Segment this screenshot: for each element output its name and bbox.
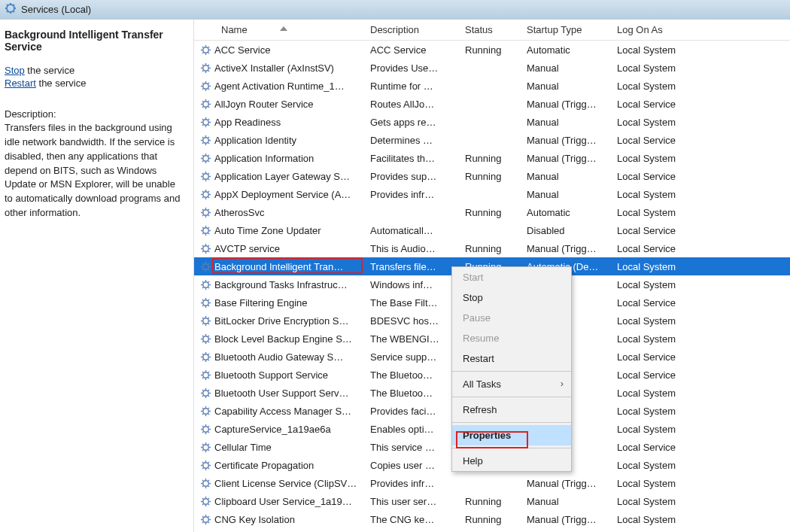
service-desc: This user ser… xyxy=(366,496,460,507)
service-row[interactable]: ActiveX Installer (AxInstSV)Provides Use… xyxy=(194,59,790,77)
service-name: ACC Service xyxy=(214,44,361,56)
service-name: BitLocker Drive Encryption S… xyxy=(214,315,361,327)
service-row[interactable]: Application IdentityDetermines …Manual (… xyxy=(194,131,790,149)
svg-line-158 xyxy=(202,336,203,336)
menu-separator xyxy=(452,371,571,372)
svg-line-221 xyxy=(202,462,203,463)
svg-line-212 xyxy=(202,444,203,445)
svg-line-194 xyxy=(202,408,203,409)
service-row[interactable]: AtherosSvcRunningAutomaticLocal System xyxy=(194,203,790,221)
svg-line-170 xyxy=(208,354,209,354)
svg-line-242 xyxy=(208,498,209,499)
service-startup: Manual (Trigg… xyxy=(522,478,612,489)
service-row[interactable]: CNG Key IsolationThe CNG ke…RunningManua… xyxy=(194,510,790,528)
service-desc: ACC Service xyxy=(366,44,460,56)
service-name: Base Filtering Engine xyxy=(214,297,361,309)
menu-properties[interactable]: Properties xyxy=(452,425,571,445)
service-logon: Local System xyxy=(612,207,703,218)
service-desc: The Bluetoo… xyxy=(366,388,460,399)
svg-line-169 xyxy=(202,359,203,360)
service-name: Cellular Time xyxy=(214,442,361,453)
service-logon: Local System xyxy=(612,333,703,345)
svg-line-43 xyxy=(202,106,203,107)
svg-line-95 xyxy=(202,209,203,210)
service-logon: Local System xyxy=(612,62,703,74)
service-row[interactable]: App ReadinessGets apps re…ManualLocal Sy… xyxy=(194,113,790,131)
column-header-startup[interactable]: Startup Type xyxy=(522,24,612,35)
svg-line-240 xyxy=(208,503,209,504)
svg-line-35 xyxy=(208,83,209,84)
service-name: Background Tasks Infrastruc… xyxy=(214,279,361,290)
svg-line-62 xyxy=(208,137,209,138)
service-name: Bluetooth Support Service xyxy=(214,369,361,381)
svg-line-215 xyxy=(208,444,209,445)
svg-point-108 xyxy=(203,245,209,251)
svg-line-160 xyxy=(202,341,203,342)
svg-line-222 xyxy=(208,467,209,468)
service-row[interactable]: Auto Time Zone UpdaterAutomaticall…Disab… xyxy=(194,221,790,239)
service-row[interactable]: Application Layer Gateway S…Provides sup… xyxy=(194,167,790,185)
gear-icon xyxy=(200,406,211,417)
svg-point-243 xyxy=(203,516,209,522)
service-logon: Local System xyxy=(612,388,703,399)
svg-point-153 xyxy=(203,336,209,342)
service-row[interactable]: ACC ServiceACC ServiceRunningAutomaticLo… xyxy=(194,41,790,59)
svg-line-113 xyxy=(202,245,203,246)
gear-icon xyxy=(200,62,211,74)
service-name: Capability Access Manager S… xyxy=(214,406,361,417)
menu-start[interactable]: Start xyxy=(452,267,571,287)
svg-line-134 xyxy=(208,281,209,282)
service-logon: Local System xyxy=(612,315,703,327)
column-header-logon[interactable]: Log On As xyxy=(612,24,703,35)
service-row[interactable]: AVCTP serviceThis is Audio…RunningManual… xyxy=(194,239,790,257)
gear-icon xyxy=(200,333,211,345)
menu-pause[interactable]: Pause xyxy=(452,308,571,328)
service-row[interactable]: Agent Activation Runtime_1…Runtime for …… xyxy=(194,77,790,95)
menu-help[interactable]: Help xyxy=(452,451,571,471)
gear-icon xyxy=(200,189,211,200)
service-logon: Local System xyxy=(612,406,703,417)
menu-refresh[interactable]: Refresh xyxy=(452,400,571,420)
service-logon: Local System xyxy=(612,44,703,56)
stop-link[interactable]: Stop xyxy=(5,65,25,76)
svg-line-206 xyxy=(208,426,209,427)
svg-line-177 xyxy=(208,377,209,378)
svg-line-52 xyxy=(202,124,203,125)
service-status: Running xyxy=(460,153,522,164)
service-name: Client License Service (ClipSV… xyxy=(214,478,361,489)
svg-line-79 xyxy=(202,178,203,179)
service-row[interactable]: AllJoyn Router ServiceRoutes AllJo…Manua… xyxy=(194,95,790,113)
svg-point-180 xyxy=(203,390,209,396)
svg-line-33 xyxy=(208,88,209,89)
restart-link[interactable]: Restart xyxy=(5,78,36,89)
svg-line-41 xyxy=(202,101,203,102)
column-header-name[interactable]: Name xyxy=(194,24,366,35)
column-header-status[interactable]: Status xyxy=(460,24,522,35)
svg-line-87 xyxy=(208,196,209,197)
service-logon: Local Service xyxy=(612,243,703,254)
menu-stop[interactable]: Stop xyxy=(452,287,571,308)
service-name: AVCTP service xyxy=(214,243,361,254)
menu-all-tasks[interactable]: All Tasks xyxy=(452,374,571,394)
menu-restart[interactable]: Restart xyxy=(452,348,571,369)
svg-line-149 xyxy=(202,318,203,318)
svg-point-135 xyxy=(203,299,209,306)
gear-icon xyxy=(200,496,211,507)
service-name: Application Layer Gateway S… xyxy=(214,171,361,182)
service-row[interactable]: Client License Service (ClipSV…Provides … xyxy=(194,474,790,492)
column-header-desc[interactable]: Description xyxy=(366,24,460,35)
svg-line-168 xyxy=(208,359,209,360)
service-desc: BDESVC hos… xyxy=(366,315,460,327)
service-desc: The Base Filt… xyxy=(366,297,460,309)
svg-line-71 xyxy=(208,155,209,156)
service-startup: Manual xyxy=(522,171,612,182)
service-startup: Automatic xyxy=(522,44,612,56)
service-desc: Provides infr… xyxy=(366,189,460,200)
service-row[interactable]: Clipboard User Service_1a19…This user se… xyxy=(194,492,790,510)
restart-action-line: Restart the service xyxy=(5,78,186,89)
service-row[interactable]: AppX Deployment Service (A…Provides infr… xyxy=(194,185,790,203)
service-row[interactable]: Application InformationFacilitates th…Ru… xyxy=(194,149,790,167)
menu-resume[interactable]: Resume xyxy=(452,328,571,348)
svg-line-70 xyxy=(202,160,203,161)
svg-line-250 xyxy=(202,521,203,522)
